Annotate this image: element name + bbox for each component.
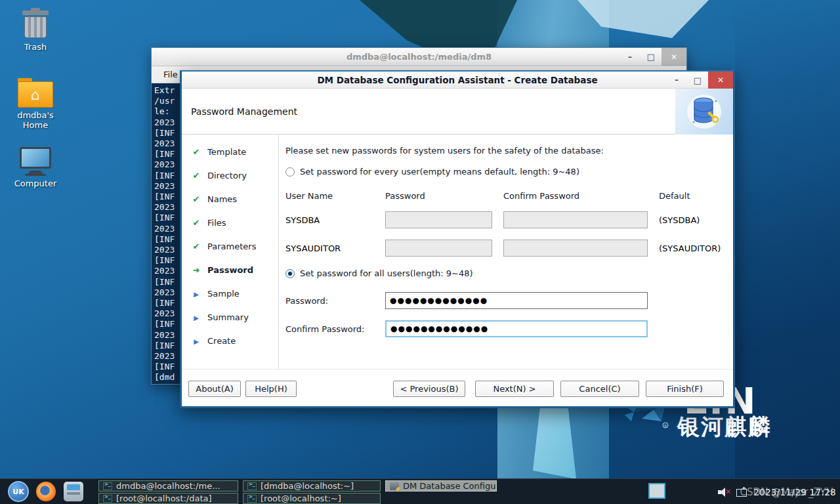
computer-icon — [18, 147, 52, 176]
start-menu-button[interactable]: UK — [8, 481, 29, 502]
cancel-button[interactable]: Cancel(C) — [560, 381, 639, 397]
window-icon — [247, 482, 257, 490]
step-state-icon — [191, 171, 201, 180]
firefox-launcher[interactable] — [35, 481, 56, 502]
step-state-icon — [191, 289, 201, 299]
step-label: Summary — [207, 312, 249, 322]
next-button[interactable]: Next(N) > — [475, 381, 554, 397]
window-icon — [390, 482, 399, 490]
user-confirm-input[interactable] — [503, 211, 648, 228]
user-password-input[interactable] — [385, 240, 492, 257]
step-label: Template — [207, 147, 246, 157]
wizard-step[interactable]: Directory — [182, 163, 278, 187]
firefox-icon — [36, 482, 56, 501]
step-state-icon — [191, 242, 201, 251]
finish-button[interactable]: Finish(F) — [646, 381, 724, 397]
terminal-close-button[interactable] — [662, 48, 686, 66]
radio-every-label: Set password for every user(empty means … — [300, 167, 579, 177]
step-label: Password — [207, 265, 253, 275]
dialog-maximize-button[interactable] — [687, 72, 708, 89]
radio-icon[interactable] — [285, 167, 295, 177]
step-state-icon — [191, 194, 201, 204]
wizard-step[interactable]: Parameters — [182, 234, 278, 258]
step-label: Create — [207, 336, 236, 346]
intro-text: Please set new passwords for system user… — [285, 146, 604, 156]
previous-button[interactable]: < Previous(B) — [393, 381, 465, 397]
radio-every-user[interactable]: Set password for every user(empty means … — [285, 167, 579, 177]
password-input[interactable]: ●●●●●●●●●●●●● — [385, 292, 648, 309]
wizard-step[interactable]: Password — [182, 258, 278, 282]
dialog-minimize-button[interactable] — [666, 72, 687, 89]
trash-icon — [20, 10, 51, 39]
user-password-row: SYSAUDITOR (SYSAUDITOR) — [280, 238, 733, 266]
window-title: [root@localhost:~] — [261, 494, 341, 503]
step-label: Names — [207, 194, 237, 204]
col-header-user: User Name — [285, 191, 333, 201]
dialog-titlebar[interactable]: DM Database Configuration Assistant - Cr… — [182, 72, 733, 89]
radio-icon[interactable] — [285, 269, 295, 278]
show-desktop-button[interactable] — [648, 483, 665, 499]
kylin-brand-chinese: 银河麒麟 — [677, 412, 772, 442]
step-state-icon — [191, 265, 201, 275]
step-state-icon — [191, 218, 201, 228]
step-label: Directory — [207, 171, 247, 180]
page-title: Password Management — [191, 89, 297, 135]
window-icon — [103, 495, 112, 503]
step-label: Sample — [207, 289, 240, 299]
terminal-title: dmdba@localhost:/media/dm8 — [152, 52, 686, 62]
taskbar-window-button[interactable]: [dmdba@localhost:~] — [243, 480, 381, 492]
user-password-input[interactable] — [385, 211, 492, 228]
desktop-icon-home[interactable]: ⌂ dmdba's Home — [4, 77, 67, 130]
terminal-minimize-button[interactable] — [620, 48, 640, 66]
taskbar-window-button[interactable]: dmdba@localhost:/me... — [98, 480, 238, 492]
user-confirm-input[interactable] — [503, 240, 648, 257]
file-manager-launcher[interactable] — [63, 481, 84, 502]
user-name: SYSAUDITOR — [285, 243, 341, 253]
wizard-step[interactable]: Sample — [182, 282, 278, 305]
svg-text:R: R — [664, 423, 667, 428]
file-manager-icon — [64, 482, 83, 501]
dialog-header: Password Management — [182, 89, 733, 135]
window-icon — [247, 495, 257, 503]
wizard-step[interactable]: Summary — [182, 305, 278, 329]
about-button[interactable]: About(A) — [188, 381, 241, 397]
radio-all-label: Set password for all users(length: 9~48) — [300, 268, 473, 278]
window-title: DM Database Configur... — [403, 481, 497, 491]
taskbar-window-button[interactable]: DM Database Configur... — [385, 480, 497, 492]
taskbar-window-button[interactable]: [root@localhost:/data] — [98, 493, 238, 504]
taskbar-window-button[interactable]: [root@localhost:~] — [243, 493, 381, 504]
desktop-icon-label: Trash — [4, 42, 67, 52]
user-name: SYSDBA — [285, 215, 320, 225]
button-separator — [182, 369, 733, 369]
step-state-icon — [191, 312, 201, 322]
confirm-password-input[interactable]: ●●●●●●●●●●●●● — [385, 320, 648, 337]
desktop-icon-computer[interactable]: Computer — [4, 147, 67, 188]
user-default-value: (SYSAUDITOR) — [659, 243, 721, 253]
step-label: Parameters — [207, 242, 256, 251]
wizard-step[interactable]: Template — [182, 140, 278, 163]
step-state-icon — [191, 147, 201, 157]
terminal-titlebar[interactable]: dmdba@localhost:/media/dm8 — [152, 48, 686, 66]
dialog-title: DM Database Configuration Assistant - Cr… — [182, 72, 733, 89]
wizard-step[interactable]: Names — [182, 187, 278, 211]
wizard-step[interactable]: Files — [182, 211, 278, 234]
step-label: Files — [207, 218, 226, 228]
volume-muted-icon[interactable]: ✕ — [718, 487, 730, 497]
csdn-watermark: CSDN @Major_ZYH — [740, 486, 833, 498]
desktop-icon-trash[interactable]: Trash — [4, 10, 67, 52]
col-header-password: Password — [385, 191, 425, 201]
help-button[interactable]: Help(H) — [245, 381, 297, 397]
terminal-maximize-button[interactable] — [640, 48, 662, 66]
home-folder-icon: ⌂ — [18, 81, 53, 108]
user-default-value: (SYSDBA) — [659, 215, 700, 225]
window-icon — [103, 482, 112, 490]
radio-all-users[interactable]: Set password for all users(length: 9~48) — [285, 268, 473, 278]
desktop: Trash ⌂ dmdba's Home Computer R LIN 银河麒麟… — [0, 0, 840, 504]
wizard-step[interactable]: Create — [182, 329, 278, 352]
dbca-dialog: DM Database Configuration Assistant - Cr… — [180, 70, 735, 408]
header-art — [675, 89, 733, 135]
col-header-confirm: Confirm Password — [503, 191, 579, 201]
kylin-start-icon: UK — [8, 481, 29, 502]
window-title: dmdba@localhost:/me... — [116, 481, 220, 491]
dialog-close-button[interactable] — [708, 72, 733, 89]
